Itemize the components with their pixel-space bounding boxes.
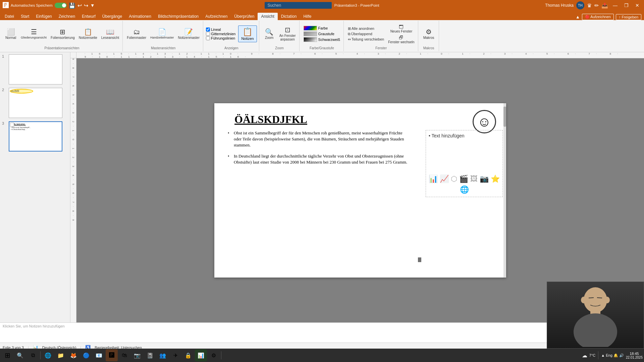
neues-fenster-icon: 🗔 <box>399 24 404 29</box>
tab-datei[interactable]: Datei <box>1 13 17 20</box>
tab-entwurf[interactable]: Entwurf <box>78 13 99 20</box>
graustufe-button[interactable]: Graustufe <box>302 31 341 37</box>
fuhrungslinien-label: Führungslinien <box>211 36 235 40</box>
ribbon-btn-notizenmaster[interactable]: 📝 Notizenmaster <box>177 28 201 40</box>
ribbon-btn-notizenseite[interactable]: 📋 Notizenseite <box>77 28 99 40</box>
close-button[interactable]: ✕ <box>633 2 641 9</box>
slide-title[interactable]: ÖÄLSKDJFKL <box>234 113 307 126</box>
icon-placeholder-icon[interactable]: ⭐ <box>491 175 500 183</box>
slide-scrollbar[interactable] <box>503 103 506 278</box>
teams-button[interactable]: 👥 <box>157 349 169 361</box>
tab-aufzeichnen[interactable]: Aufzeichnen <box>202 13 231 20</box>
store-button[interactable]: 🛍 <box>118 349 130 361</box>
ribbon-btn-folienmaster[interactable]: 🗂 Folienmaster <box>125 28 148 40</box>
slide-thumb-3[interactable]: 3 ÖÄLSKDJFKL • Obst ist ein Sammelbegrif… <box>1 121 69 152</box>
onenote-button[interactable]: 📓 <box>144 349 156 361</box>
uberlappend-button[interactable]: ⧉ Überlappend <box>346 32 385 37</box>
slide-3-preview[interactable]: ÖÄLSKDJFKL • Obst ist ein Sammelbegriff.… <box>9 121 62 152</box>
powerpoint-taskbar-button[interactable]: 🅿 <box>106 349 118 361</box>
minimize-button[interactable]: — <box>611 2 620 9</box>
photos-button[interactable]: 📷 <box>131 349 143 361</box>
clock: 18:45 22.01.2025 <box>626 352 643 359</box>
media-placeholder-icon[interactable]: 🎬 <box>459 175 468 183</box>
slide-bullet-2-text[interactable]: In Deutschland liegt der durchschnittlic… <box>234 153 409 165</box>
smartart-placeholder-icon[interactable]: ⬡ <box>451 175 457 183</box>
lineal-checkbox-label[interactable]: Lineal <box>206 27 235 32</box>
makros-button[interactable]: ⚙ Makros <box>421 28 436 40</box>
alle-anordnen-button[interactable]: ⊞ Alle anordnen <box>346 26 385 31</box>
save-icon[interactable]: 💾 <box>69 2 75 9</box>
slide-1-preview[interactable] <box>9 54 62 84</box>
telegram-button[interactable]: ✈ <box>169 349 181 361</box>
teilung-button[interactable]: ⇔ Teilung verschieben <box>346 37 385 42</box>
slide-1-number: 1 <box>2 54 7 58</box>
tab-ansicht[interactable]: Ansicht <box>258 13 277 20</box>
fuhrungslinien-checkbox[interactable] <box>206 36 210 40</box>
slide-scrollbar-thumb[interactable] <box>503 107 506 127</box>
schwarzweiss-button[interactable]: Schwarzweiß <box>302 37 341 42</box>
tab-animationen[interactable]: Animationen <box>125 13 155 20</box>
chart-placeholder-icon[interactable]: 📈 <box>440 175 449 183</box>
slide-thumb-1[interactable]: 1 <box>1 54 69 85</box>
misc-button[interactable]: ⚙ <box>208 349 220 361</box>
start-button[interactable]: ⊞ <box>1 349 13 361</box>
security-button[interactable]: 🔒 <box>182 349 194 361</box>
bullet-dot-1: • <box>228 130 232 148</box>
tab-zeichnen[interactable]: Zeichnen <box>55 13 78 20</box>
user-avatar[interactable]: TH <box>576 1 584 9</box>
chrome-button[interactable]: 🔵 <box>80 349 92 361</box>
slide-canvas[interactable]: ÖÄLSKDJFKL • Obst ist ein Sammelbegriff … <box>214 103 506 278</box>
tab-bildschirm[interactable]: Bildschirmpräsentation <box>155 13 202 20</box>
online-placeholder-icon[interactable]: 🌐 <box>460 185 469 194</box>
search-input[interactable] <box>265 2 332 9</box>
gitternetz-checkbox[interactable] <box>206 32 210 36</box>
mail-button[interactable]: 📧 <box>93 349 105 361</box>
ribbon-btn-zoom[interactable]: 🔍 Zoom <box>262 28 277 40</box>
autosave-toggle[interactable] <box>55 3 67 8</box>
tab-ubergange[interactable]: Übergänge <box>99 13 125 20</box>
excel-button[interactable]: 📊 <box>195 349 207 361</box>
taskview-button[interactable]: ⧉ <box>27 349 39 361</box>
edge-button[interactable]: 🌐 <box>42 349 54 361</box>
ribbon-btn-normal[interactable]: ⬜ Normal <box>3 28 18 40</box>
tab-dictation[interactable]: Dictation <box>278 13 300 20</box>
ribbon-group-makros: ⚙ Makros Makros <box>419 21 439 51</box>
slide-bullet-1-text[interactable]: Obst ist ein Sammelbegriff der für den M… <box>234 130 409 148</box>
image-placeholder-icon[interactable]: 📷 <box>480 175 489 183</box>
tab-einfuegen[interactable]: Einfügen <box>33 13 55 20</box>
redo-icon[interactable]: ↪ <box>84 2 88 9</box>
gitternetz-checkbox-label[interactable]: Gitternetzlinien <box>206 32 235 36</box>
slide-thumb-2[interactable]: 2 asc fkafd <box>1 87 69 119</box>
prasentationsansichten-group-label: Präsentationsansichten <box>45 46 79 51</box>
tab-uberpruefen[interactable]: Überprüfen <box>231 13 258 20</box>
files-button[interactable]: 📁 <box>55 349 67 361</box>
ribbon-btn-gliederung[interactable]: ☰ Gliederungsansicht <box>19 28 48 40</box>
notizen-button[interactable]: 📋 Notizen <box>238 25 257 42</box>
neues-fenster-label: Neues Fenster <box>390 29 413 33</box>
text-placeholder-box[interactable]: • Text hinzufügen 📊 📈 ⬡ 🎬 🖼 📷 ⭐ 🌐 <box>426 130 503 197</box>
neues-fenster-button[interactable]: 🗔 Neues Fenster <box>387 23 416 34</box>
tab-hilfe[interactable]: Hilfe <box>300 13 315 20</box>
table-placeholder-icon[interactable]: 📊 <box>429 175 438 183</box>
ribbon-btn-handzettelmaster[interactable]: 📄 Handzettelmaster <box>149 28 175 40</box>
folienmaster-label: Folienmaster <box>127 36 146 40</box>
firefox-button[interactable]: 🦊 <box>67 349 79 361</box>
zoom-items: 🔍 Zoom ⊡ An Fensteranpassen <box>262 21 297 46</box>
lineal-checkbox[interactable] <box>206 27 210 32</box>
fuhrungslinien-checkbox-label[interactable]: Führungslinien <box>206 36 235 40</box>
restore-button[interactable]: ❐ <box>622 2 631 9</box>
tab-start[interactable]: Start <box>17 13 33 20</box>
farbe-button[interactable]: Farbe <box>302 25 341 31</box>
collapse-ribbon-icon[interactable]: ▲ <box>576 14 580 19</box>
aufzeichnen-button[interactable]: 🔴 Aufzeichnen <box>582 14 614 20</box>
slide-2-preview[interactable]: asc fkafd <box>9 88 62 118</box>
search-taskbar-button[interactable]: 🔍 <box>14 349 26 361</box>
picture-placeholder-icon[interactable]: 🖼 <box>470 175 478 183</box>
undo-icon[interactable]: ↩ <box>77 2 82 9</box>
ribbon-btn-leseansicht[interactable]: 📖 Leseansicht <box>100 28 120 40</box>
freigeben-button[interactable]: ↑ Freigeben <box>616 14 641 20</box>
ribbon-btn-foliensortierung[interactable]: ⊞ Foliensortierung <box>49 28 76 40</box>
customize-icon[interactable]: ▼ <box>90 3 95 8</box>
fenster-wechseln-button[interactable]: 🗗 Fenster wechseln <box>387 34 416 45</box>
ribbon-btn-anfenster[interactable]: ⊡ An Fensteranpassen <box>278 26 297 42</box>
